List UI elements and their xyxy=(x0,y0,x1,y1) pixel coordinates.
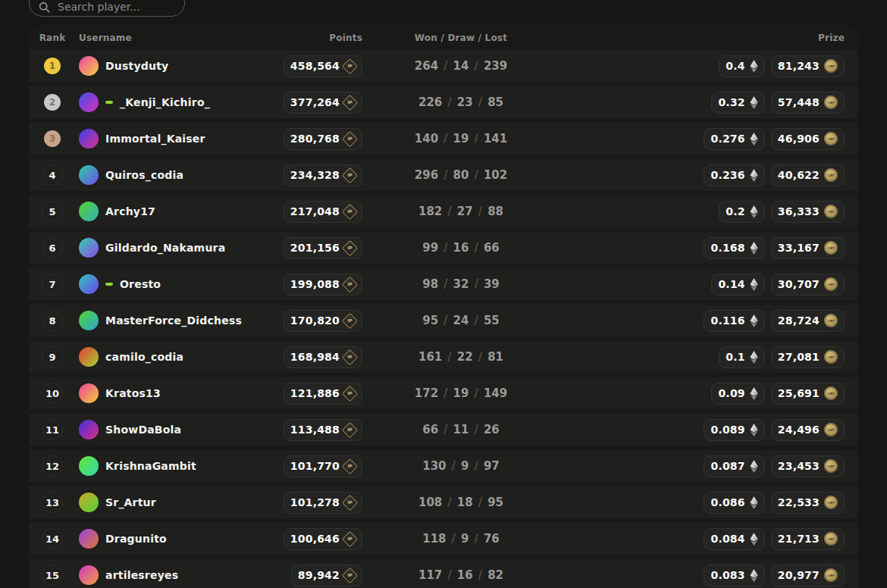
gold-coin-icon: CMT xyxy=(824,532,838,546)
ip-points-icon: IP xyxy=(342,567,358,583)
table-row[interactable]: 12 KrishnaGambit 101,770 IP 130 / 9 / 97… xyxy=(29,450,858,482)
ethereum-icon xyxy=(750,533,758,546)
points-pill: 201,156 IP xyxy=(284,237,362,259)
avatar xyxy=(79,493,99,512)
lost-count: 102 xyxy=(484,168,507,182)
eth-reward-pill: 0.168 xyxy=(704,237,764,259)
rank-badge: 13 xyxy=(42,492,63,513)
table-row[interactable]: 2 _Kenji_Kichiro_ 377,264 IP 226 / 23 / … xyxy=(29,86,858,118)
prize-value: 46,906 xyxy=(778,133,820,145)
eth-reward-value: 0.236 xyxy=(710,169,744,181)
rank-badge: 10 xyxy=(42,383,63,404)
prize-value: 28,724 xyxy=(778,314,820,327)
gold-coin-icon: CMT xyxy=(824,168,838,182)
ethereum-icon xyxy=(750,314,758,327)
table-row[interactable]: 6 Gildardo_Nakamura 201,156 IP 99 / 16 /… xyxy=(29,232,858,264)
eth-reward-value: 0.168 xyxy=(710,242,744,254)
lost-count: 76 xyxy=(484,532,500,546)
lost-count: 149 xyxy=(484,386,507,400)
gold-coin-icon: CMT xyxy=(824,496,838,509)
prize-value: 20,977 xyxy=(778,569,820,581)
draw-count: 80 xyxy=(453,168,469,182)
eth-reward-pill: 0.236 xyxy=(704,164,764,186)
draw-count: 14 xyxy=(453,59,469,73)
rank-badge: 1 xyxy=(44,58,61,74)
eth-reward-pill: 0.084 xyxy=(704,528,764,550)
table-row[interactable]: 1 Dustyduty 458,564 IP 264 / 14 / 239 0.… xyxy=(29,50,858,82)
won-count: 108 xyxy=(418,496,442,509)
points-value: 101,770 xyxy=(290,460,340,472)
gold-coin-icon: CMT xyxy=(824,205,838,218)
search-input[interactable] xyxy=(56,0,175,14)
prize-pill: 30,707 CMT xyxy=(771,274,845,296)
ethereum-icon xyxy=(750,96,758,109)
rank-badge: 4 xyxy=(42,164,63,186)
gold-coin-icon: CMT xyxy=(824,314,838,327)
ethereum-icon xyxy=(750,424,758,436)
won-count: 264 xyxy=(415,59,438,73)
avatar xyxy=(79,420,99,439)
prize-value: 40,622 xyxy=(778,169,820,181)
points-value: 234,328 xyxy=(290,169,340,181)
points-value: 168,984 xyxy=(290,351,340,363)
table-row[interactable]: 15 artilesreyes 89,942 IP 117 / 16 / 82 … xyxy=(29,559,858,588)
table-row[interactable]: 5 Archy17 217,048 IP 182 / 27 / 88 0.2 xyxy=(29,195,858,227)
table-row[interactable]: 11 ShowDaBola 113,488 IP 66 / 11 / 26 0.… xyxy=(29,414,858,446)
points-value: 217,048 xyxy=(290,205,340,217)
rank-badge: 12 xyxy=(42,455,63,477)
prize-value: 22,533 xyxy=(778,496,820,508)
gold-coin-icon: CMT xyxy=(824,277,838,291)
avatar xyxy=(79,165,99,185)
prize-value: 21,713 xyxy=(778,533,820,545)
ethereum-icon xyxy=(750,242,758,255)
table-row[interactable]: 3 Immortal_Kaiser 280,768 IP 140 / 19 / … xyxy=(29,123,858,155)
lost-count: 55 xyxy=(484,314,500,327)
ethereum-icon xyxy=(750,133,758,145)
table-row[interactable]: 8 MasterForce_Didchess 170,820 IP 95 / 2… xyxy=(29,305,858,336)
fm-title-badge xyxy=(105,283,113,286)
username: Kratos13 xyxy=(105,387,161,399)
lost-count: 97 xyxy=(484,459,500,473)
table-row[interactable]: 7 Oresto 199,088 IP 98 / 32 / 39 0.14 xyxy=(29,268,858,300)
ethereum-icon xyxy=(750,460,758,473)
table-row[interactable]: 9 camilo_codia 168,984 IP 161 / 22 / 81 … xyxy=(29,341,858,373)
prize-pill: 40,622 CMT xyxy=(771,164,845,186)
eth-reward-value: 0.086 xyxy=(710,496,744,508)
header-points: Points xyxy=(264,33,362,43)
avatar xyxy=(79,129,99,149)
eth-reward-pill: 0.2 xyxy=(719,201,764,223)
table-row[interactable]: 4 Quiros_codia 234,328 IP 296 / 80 / 102… xyxy=(29,159,858,191)
rank-badge: 14 xyxy=(42,528,63,549)
prize-value: 30,707 xyxy=(778,278,820,290)
won-count: 99 xyxy=(422,241,438,255)
points-pill: 101,770 IP xyxy=(284,455,362,477)
points-pill: 377,264 IP xyxy=(284,92,362,114)
points-pill: 170,820 IP xyxy=(284,310,362,332)
prize-pill: 20,977 CMT xyxy=(771,565,845,586)
table-row[interactable]: 14 Dragunito 100,646 IP 118 / 9 / 76 0.0… xyxy=(29,523,858,555)
ethereum-icon xyxy=(750,278,758,291)
points-pill: 113,488 IP xyxy=(284,419,362,441)
table-row[interactable]: 13 Sr_Artur 101,278 IP 108 / 18 / 95 0.0… xyxy=(29,486,858,518)
points-value: 458,564 xyxy=(290,60,340,72)
ip-points-icon: IP xyxy=(342,94,358,110)
eth-reward-pill: 0.4 xyxy=(719,55,764,77)
username: KrishnaGambit xyxy=(105,460,196,472)
prize-pill: 81,243 CMT xyxy=(771,55,845,77)
prize-pill: 57,448 CMT xyxy=(771,92,845,114)
won-count: 226 xyxy=(418,95,442,109)
gold-coin-icon: CMT xyxy=(824,132,838,145)
eth-reward-value: 0.116 xyxy=(710,314,744,327)
prize-value: 23,453 xyxy=(778,460,820,472)
ip-points-icon: IP xyxy=(342,312,358,328)
rank-badge: 5 xyxy=(42,201,63,222)
gold-coin-icon: CMT xyxy=(824,423,838,436)
rank-badge: 8 xyxy=(42,310,63,331)
ip-points-icon: IP xyxy=(342,130,358,146)
table-row[interactable]: 10 Kratos13 121,886 IP 172 / 19 / 149 0.… xyxy=(29,377,858,409)
won-count: 182 xyxy=(418,205,442,218)
leaderboard: Rank Username Points Won / Draw / Lost P… xyxy=(29,26,858,588)
avatar xyxy=(79,529,99,549)
prize-pill: 22,533 CMT xyxy=(771,492,845,514)
lost-count: 81 xyxy=(487,350,503,364)
